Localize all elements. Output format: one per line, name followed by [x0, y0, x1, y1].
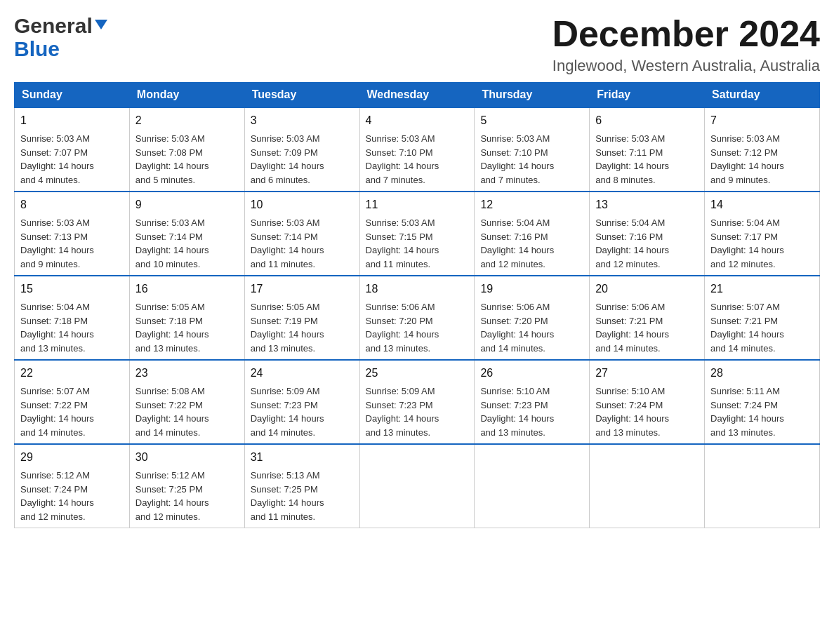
header-saturday: Saturday	[705, 83, 820, 108]
header-tuesday: Tuesday	[244, 83, 359, 108]
day-number: 2	[135, 112, 239, 129]
day-number: 23	[135, 365, 239, 382]
calendar-header: Sunday Monday Tuesday Wednesday Thursday…	[15, 83, 820, 108]
daylight-hours: Daylight: 14 hours	[20, 329, 94, 340]
daylight-minutes-detail: and 11 minutes.	[366, 259, 431, 269]
logo-triangle-icon	[95, 20, 107, 29]
calendar-cell: 12Sunrise: 5:04 AMSunset: 7:16 PMDayligh…	[475, 192, 590, 276]
sunrise-label: Sunrise: 5:03 AM	[135, 133, 205, 144]
daylight-minutes-detail: and 13 minutes.	[710, 427, 776, 438]
sunrise-label: Sunrise: 5:03 AM	[251, 217, 320, 228]
calendar-cell: 11Sunrise: 5:03 AMSunset: 7:15 PMDayligh…	[359, 192, 475, 276]
sunset-label: Sunset: 7:12 PM	[710, 147, 778, 158]
sunrise-label: Sunrise: 5:09 AM	[366, 386, 435, 396]
sunrise-label: Sunrise: 5:05 AM	[251, 302, 320, 312]
day-number: 25	[366, 365, 469, 382]
daylight-minutes-detail: and 13 minutes.	[595, 427, 661, 438]
daylight-minutes-detail: and 6 minutes.	[251, 175, 310, 185]
daylight-hours: Daylight: 14 hours	[710, 245, 784, 255]
day-number: 31	[251, 449, 354, 466]
sunrise-label: Sunrise: 5:04 AM	[710, 217, 780, 228]
day-number: 4	[366, 112, 469, 129]
daylight-hours: Daylight: 14 hours	[251, 497, 324, 508]
sunrise-label: Sunrise: 5:07 AM	[710, 302, 780, 312]
sunrise-label: Sunrise: 5:04 AM	[20, 302, 90, 312]
day-number: 16	[135, 281, 239, 297]
daylight-minutes-detail: and 5 minutes.	[135, 175, 195, 185]
daylight-hours: Daylight: 14 hours	[20, 245, 94, 255]
calendar-cell: 1Sunrise: 5:03 AMSunset: 7:07 PMDaylight…	[15, 107, 130, 192]
sunrise-label: Sunrise: 5:10 AM	[480, 386, 550, 396]
daylight-minutes-detail: and 12 minutes.	[480, 259, 545, 269]
day-number: 10	[251, 196, 354, 213]
sunset-label: Sunset: 7:20 PM	[366, 316, 433, 326]
daylight-hours: Daylight: 14 hours	[595, 161, 669, 171]
logo-blue-text: Blue	[14, 37, 60, 60]
daylight-hours: Daylight: 14 hours	[20, 413, 94, 424]
calendar-cell: 10Sunrise: 5:03 AMSunset: 7:14 PMDayligh…	[244, 192, 359, 276]
daylight-hours: Daylight: 14 hours	[251, 413, 324, 424]
daylight-hours: Daylight: 14 hours	[366, 161, 439, 171]
daylight-hours: Daylight: 14 hours	[595, 413, 669, 424]
sunset-label: Sunset: 7:24 PM	[710, 400, 778, 410]
calendar-cell: 28Sunrise: 5:11 AMSunset: 7:24 PMDayligh…	[705, 360, 820, 444]
daylight-minutes-detail: and 13 minutes.	[366, 343, 431, 354]
daylight-hours: Daylight: 14 hours	[135, 413, 209, 424]
day-number: 12	[480, 196, 583, 213]
daylight-hours: Daylight: 14 hours	[20, 161, 94, 171]
calendar-table: Sunday Monday Tuesday Wednesday Thursday…	[14, 82, 820, 528]
daylight-hours: Daylight: 14 hours	[480, 161, 554, 171]
sunset-label: Sunset: 7:11 PM	[595, 147, 663, 158]
day-number: 15	[20, 281, 124, 297]
calendar-cell	[705, 444, 820, 528]
calendar-cell: 6Sunrise: 5:03 AMSunset: 7:11 PMDaylight…	[590, 107, 705, 192]
day-number: 19	[480, 281, 583, 297]
daylight-hours: Daylight: 14 hours	[251, 161, 324, 171]
sunset-label: Sunset: 7:16 PM	[480, 232, 548, 242]
calendar-cell	[359, 444, 475, 528]
daylight-hours: Daylight: 14 hours	[595, 329, 669, 340]
calendar-cell: 25Sunrise: 5:09 AMSunset: 7:23 PMDayligh…	[359, 360, 475, 444]
daylight-minutes-detail: and 14 minutes.	[251, 427, 316, 438]
daylight-minutes-detail: and 8 minutes.	[595, 175, 655, 185]
sunset-label: Sunset: 7:24 PM	[20, 484, 88, 495]
sunset-label: Sunset: 7:10 PM	[480, 147, 548, 158]
calendar-cell: 31Sunrise: 5:13 AMSunset: 7:25 PMDayligh…	[244, 444, 359, 528]
sunset-label: Sunset: 7:09 PM	[251, 147, 318, 158]
sunrise-label: Sunrise: 5:06 AM	[595, 302, 665, 312]
day-number: 5	[480, 112, 583, 129]
sunrise-label: Sunrise: 5:04 AM	[595, 217, 665, 228]
calendar-cell: 27Sunrise: 5:10 AMSunset: 7:24 PMDayligh…	[590, 360, 705, 444]
sunrise-label: Sunrise: 5:03 AM	[251, 133, 320, 144]
daylight-hours: Daylight: 14 hours	[135, 161, 209, 171]
daylight-hours: Daylight: 14 hours	[480, 329, 554, 340]
daylight-hours: Daylight: 14 hours	[710, 161, 784, 171]
sunset-label: Sunset: 7:17 PM	[710, 232, 778, 242]
day-number: 21	[710, 281, 814, 297]
day-number: 17	[251, 281, 354, 297]
daylight-minutes-detail: and 7 minutes.	[366, 175, 425, 185]
calendar-cell: 23Sunrise: 5:08 AMSunset: 7:22 PMDayligh…	[129, 360, 244, 444]
sunset-label: Sunset: 7:16 PM	[595, 232, 663, 242]
calendar-cell: 4Sunrise: 5:03 AMSunset: 7:10 PMDaylight…	[359, 107, 475, 192]
calendar-cell: 15Sunrise: 5:04 AMSunset: 7:18 PMDayligh…	[15, 276, 130, 360]
header-sunday: Sunday	[15, 83, 130, 108]
sunrise-label: Sunrise: 5:03 AM	[595, 133, 665, 144]
daylight-minutes-detail: and 7 minutes.	[480, 175, 540, 185]
calendar-cell: 17Sunrise: 5:05 AMSunset: 7:19 PMDayligh…	[244, 276, 359, 360]
calendar-cell: 14Sunrise: 5:04 AMSunset: 7:17 PMDayligh…	[705, 192, 820, 276]
calendar-cell: 29Sunrise: 5:12 AMSunset: 7:24 PMDayligh…	[15, 444, 130, 528]
daylight-hours: Daylight: 14 hours	[480, 245, 554, 255]
daylight-minutes-detail: and 14 minutes.	[135, 427, 201, 438]
daylight-hours: Daylight: 14 hours	[710, 329, 784, 340]
sunset-label: Sunset: 7:15 PM	[366, 232, 433, 242]
sunset-label: Sunset: 7:21 PM	[595, 316, 663, 326]
logo-general-text: General	[14, 14, 93, 37]
sunset-label: Sunset: 7:20 PM	[480, 316, 548, 326]
day-number: 29	[20, 449, 124, 466]
sunset-label: Sunset: 7:25 PM	[251, 484, 318, 495]
day-number: 1	[20, 112, 124, 129]
sunrise-label: Sunrise: 5:03 AM	[135, 217, 205, 228]
calendar-cell: 30Sunrise: 5:12 AMSunset: 7:25 PMDayligh…	[129, 444, 244, 528]
day-number: 22	[20, 365, 124, 382]
